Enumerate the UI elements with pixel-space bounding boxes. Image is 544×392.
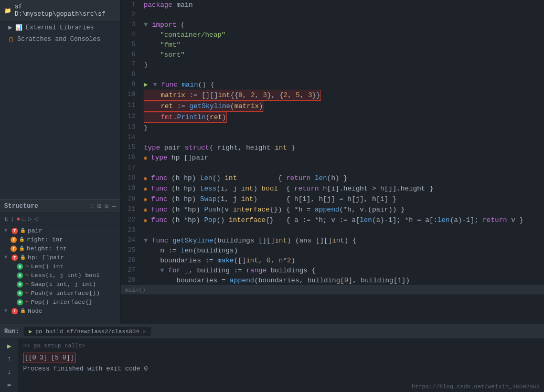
lock-icon: 🔒 <box>19 237 25 242</box>
close-panel-icon[interactable]: — <box>112 203 116 210</box>
code-line-8: 8 <box>121 70 544 80</box>
tree-item-less-label: Less(i, j int) bool <box>31 272 100 279</box>
line-content-19: ◉ func (h hp) Less(i, j int) bool { retu… <box>140 184 544 194</box>
expand-all-icon[interactable]: ⊞ <box>98 202 102 210</box>
line-num-24: 24 <box>121 236 140 246</box>
settings-icon[interactable]: ⚙ <box>104 202 109 210</box>
line-content-4: "container/heap" <box>140 30 544 40</box>
tree-item-pair[interactable]: ▼ T 🔒 pair <box>0 226 120 235</box>
badge-right: f <box>10 237 17 243</box>
line-content-27: ▼ for _, building := range buildings { <box>140 266 544 276</box>
code-line-17: 17 <box>121 163 544 173</box>
line-num-25: 25 <box>121 246 140 256</box>
expand-icon[interactable]: ▷ <box>28 215 32 223</box>
line-content-13: } <box>140 123 544 133</box>
line-num-28: 28 <box>121 276 140 285</box>
tree-item-push-label: Push(v interface{}) <box>31 290 100 296</box>
line-num-15: 15 <box>121 143 140 153</box>
badge-less: m <box>17 272 23 279</box>
line-content-25: n := len(buildings) <box>140 246 544 256</box>
line-num-9: 9 <box>121 80 140 90</box>
sort-icon[interactable]: ≡ <box>90 203 94 210</box>
marker-pop: ~ <box>25 299 29 305</box>
run-panel: Run: ▶ go build sf/newclass2/class004 ✕ … <box>0 324 544 392</box>
code-line-27: 27 ▼ for _, building := range buildings … <box>121 266 544 276</box>
left-panel: 📁 sf D:\mysetup\gopath\src\sf ▶ 📊 Extern… <box>0 0 121 324</box>
tree-item-pop[interactable]: m ~ Pop() interface{} <box>0 298 120 306</box>
tree-item-hp[interactable]: ▼ T 🔒 hp: []pair <box>0 253 120 262</box>
line-num-22: 22 <box>121 215 140 226</box>
line-content-8 <box>140 70 544 80</box>
run-content: ▶ ↑ ↓ ⇌ <4 go setup calls> [[0 3] [5 0]]… <box>0 339 544 392</box>
sidebar-item-external-libraries[interactable]: ▶ 📊 External Libraries <box>0 22 120 34</box>
tree-item-height-label: height: int <box>27 245 67 252</box>
scratches-label: Scratches and Consoles <box>17 36 100 43</box>
structure-toolbar: ≡ ⊞ ⚙ — <box>90 202 116 210</box>
code-line-22: 22 ◉ func (h *hp) Pop() interface{} { a … <box>121 215 544 226</box>
tree-item-push[interactable]: m ~ Push(v interface{}) <box>0 289 120 298</box>
external-libraries-label: External Libraries <box>26 24 94 31</box>
code-line-10: 10 matrix := [][]int{{0, 2, 3}, {2, 5, 3… <box>121 90 544 101</box>
tree-item-len-label: Len() int <box>31 263 63 270</box>
line-content-3: ▼ import ( <box>140 20 544 30</box>
code-line-21: 21 ◉ func (h *hp) Push(v interface{}) { … <box>121 205 544 215</box>
code-line-12: 12 fmt.Println(ret) <box>121 112 544 123</box>
collapse-icon[interactable]: ◁ <box>34 215 38 223</box>
tree-item-less[interactable]: m ~ Less(i, j int) bool <box>0 271 120 280</box>
sort-alpha-icon[interactable]: ⇅ <box>4 215 8 223</box>
watermark-text: https://blog.csdn.net/weixin_48502062 <box>412 384 540 390</box>
filter-icon[interactable]: ■ <box>17 216 20 222</box>
lock-icon: 🔒 <box>19 246 25 251</box>
run-up-button[interactable]: ↑ <box>3 354 16 364</box>
line-content-18: ◉ func (h hp) Len() int { return len(h) … <box>140 173 544 184</box>
code-line-3: 3 ▼ import ( <box>121 20 544 30</box>
line-content-23 <box>140 226 544 236</box>
tree-item-len[interactable]: m ~ Len() int <box>0 262 120 271</box>
line-num-19: 19 <box>121 184 140 194</box>
code-line-15: 15 type pair struct{ right, height int } <box>121 143 544 153</box>
structure-title: Structure <box>4 203 38 210</box>
setup-line: <4 go setup calls> <box>23 341 540 351</box>
marker-swap: ~ <box>25 281 29 288</box>
sort-type-icon[interactable]: ↕ <box>10 215 15 223</box>
line-content-28: boundaries = append(boundaries, building… <box>140 276 544 285</box>
run-wrap-button[interactable]: ⇌ <box>3 380 16 390</box>
line-content-26: boundaries := make([]int, 0, n*2) <box>140 256 544 266</box>
line-num-26: 26 <box>121 256 140 266</box>
code-line-23: 23 <box>121 226 544 236</box>
line-num-17: 17 <box>121 163 140 173</box>
line-num-8: 8 <box>121 70 140 80</box>
tree-item-height[interactable]: f 🔒 height: int <box>0 244 120 253</box>
code-line-2: 2 <box>121 10 544 20</box>
code-line-18: 18 ◉ func (h hp) Len() int { return len(… <box>121 173 544 184</box>
line-num-5: 5 <box>121 40 140 50</box>
output-value: [[0 3] [5 0]] <box>23 353 76 363</box>
line-content-21: ◉ func (h *hp) Push(v interface{}) { *h … <box>140 205 544 215</box>
line-num-20: 20 <box>121 194 140 205</box>
watermark: https://blog.csdn.net/weixin_48502062 <box>412 384 540 390</box>
close-tab-icon[interactable]: ✕ <box>142 328 146 335</box>
project-root[interactable]: 📁 sf D:\mysetup\gopath\src\sf <box>0 0 120 22</box>
run-tab[interactable]: ▶ go build sf/newclass2/class004 ✕ <box>24 327 151 336</box>
line-content-17 <box>140 163 544 173</box>
sidebar-item-scratches[interactable]: 🗒 Scratches and Consoles <box>0 34 120 45</box>
tree-item-node-label: Node <box>28 308 42 314</box>
run-down-button[interactable]: ↓ <box>3 367 16 377</box>
run-tab-bar: Run: ▶ go build sf/newclass2/class004 ✕ <box>0 324 544 339</box>
code-line-16: 16 ◉ type hp []pair <box>121 153 544 163</box>
line-content-5: "fmt" <box>140 40 544 50</box>
badge-swap: m <box>17 281 23 288</box>
badge-push: m <box>17 290 23 296</box>
code-editor[interactable]: 1 package main 2 3 ▼ import ( <box>121 0 544 324</box>
line-num-3: 3 <box>121 20 140 30</box>
visibility-icon[interactable]: □ <box>22 215 26 223</box>
tree-item-right[interactable]: f 🔒 right: int <box>0 235 120 244</box>
exit-line: Process finished with exit code 0 <box>23 364 540 374</box>
marker-push: ~ <box>25 290 29 296</box>
code-editor-area: 1 package main 2 3 ▼ import ( <box>121 0 544 324</box>
line-content-22: ◉ func (h *hp) Pop() interface{} { a := … <box>140 215 544 226</box>
run-play-button[interactable]: ▶ <box>3 341 16 351</box>
line-num-27: 27 <box>121 266 140 276</box>
tree-item-swap[interactable]: m ~ Swap(i int, j int) <box>0 280 120 289</box>
tree-item-node[interactable]: ▼ T 🔒 Node <box>0 306 120 315</box>
